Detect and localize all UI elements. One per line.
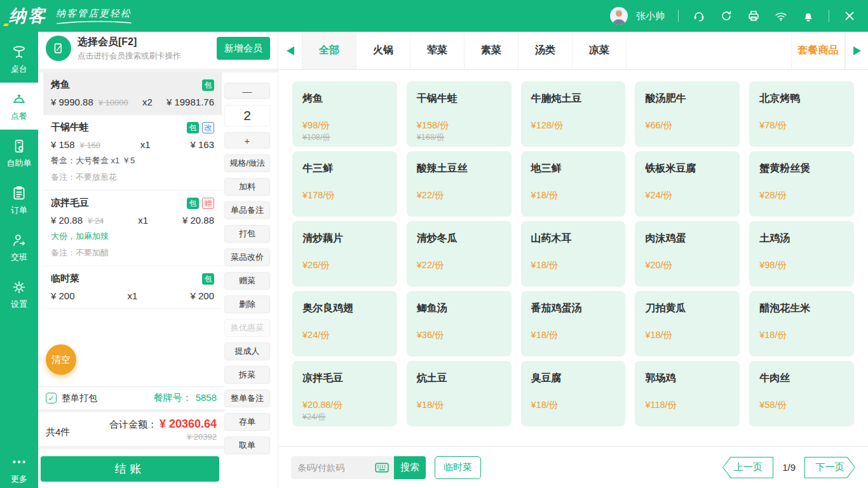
tab-vegetable[interactable]: 素菜 xyxy=(465,32,519,69)
cloud-sync-icon[interactable] xyxy=(719,9,733,23)
menu-item-card[interactable]: 土鸡汤 ¥98/份 xyxy=(749,221,854,287)
order-item-original-price: ¥ 24 xyxy=(88,216,104,226)
temp-dish-button[interactable]: 临时菜 xyxy=(435,456,481,479)
menu-item-name: 土鸡汤 xyxy=(759,232,844,245)
menu-item-name: 奥尔良鸡翅 xyxy=(302,302,387,315)
order-item[interactable]: 临时菜 包 ¥ 200 x1 ¥ 200 xyxy=(43,266,222,309)
order-item-box: 餐盒：大号餐盒 x1 ￥5 xyxy=(51,155,214,166)
menu-item-card[interactable]: 牛肉丝 ¥58/份 xyxy=(749,361,854,426)
tab-all[interactable]: 全部 xyxy=(302,32,356,69)
member-card-icon[interactable] xyxy=(46,36,71,61)
pack-whole-order-checkbox[interactable] xyxy=(46,393,57,403)
menu-item-card[interactable]: 鲫鱼汤 ¥36/份 xyxy=(407,291,512,356)
tab-combo[interactable]: 套餐商品 xyxy=(791,32,845,69)
menu-item-name: 牛三鲜 xyxy=(302,162,387,175)
menu-item-card[interactable]: 番茄鸡蛋汤 ¥18/份 xyxy=(521,291,626,356)
menu-item-card[interactable]: 清炒冬瓜 ¥22/份 xyxy=(407,221,512,287)
order-item[interactable]: 烤鱼 包 ¥ 9990.88 ¥ 10000 x2 ¥ 19981.76 xyxy=(43,72,222,115)
menu-item-name: 酸汤肥牛 xyxy=(645,92,729,105)
save-order-button[interactable]: 存单 xyxy=(224,413,270,431)
split-dish-button[interactable]: 拆菜 xyxy=(224,366,270,384)
menu-item-card[interactable]: 酸汤肥牛 ¥66/份 xyxy=(635,81,740,147)
menu-item-card[interactable]: 牛三鲜 ¥178/份 xyxy=(292,151,397,217)
commission-person-button[interactable]: 提成人 xyxy=(224,342,270,360)
tab-spacer xyxy=(627,32,791,69)
tab-meat[interactable]: 荤菜 xyxy=(410,32,465,69)
order-item-name: 凉拌毛豆 xyxy=(51,197,89,209)
menu-item-card[interactable]: 清炒藕片 ¥26/份 xyxy=(292,221,397,287)
menu-item-card[interactable]: 地三鲜 ¥18/份 xyxy=(521,151,626,217)
change-price-button[interactable]: 菜品改价 xyxy=(224,248,270,266)
menu-item-card[interactable]: 郭场鸡 ¥118/份 xyxy=(635,361,740,426)
menu-item-card[interactable]: 铁板米豆腐 ¥24/份 xyxy=(635,151,740,217)
printer-icon[interactable] xyxy=(747,9,761,23)
spec-method-button[interactable]: 规格/做法 xyxy=(224,154,270,172)
menu-item-card[interactable]: 烤鱼 ¥98/份 ¥108/份 xyxy=(292,81,397,147)
menu-item-card[interactable]: 山药木耳 ¥18/份 xyxy=(521,221,626,287)
sidebar-item-settings[interactable]: 设置 xyxy=(0,271,38,318)
menu-item-card[interactable]: 臭豆腐 ¥18/份 xyxy=(521,361,626,426)
pack-button[interactable]: 打包 xyxy=(224,225,270,243)
menu-item-price: ¥178/份 xyxy=(302,189,335,201)
menu-item-price: ¥98/份 xyxy=(302,119,330,132)
order-remark-button[interactable]: 整单备注 xyxy=(224,390,270,407)
sidebar-item-shift[interactable]: 交班 xyxy=(0,224,38,271)
menu-item-card[interactable]: 牛腩炖土豆 ¥128/份 xyxy=(521,81,626,147)
sidebar-item-more[interactable]: 更多 xyxy=(0,450,38,488)
sidebar-item-order-dishes[interactable]: 点餐 xyxy=(0,83,38,130)
retrieve-order-button[interactable]: 取单 xyxy=(224,437,270,454)
sidebar-item-orders[interactable]: 订单 xyxy=(0,177,38,224)
tab-soup[interactable]: 汤类 xyxy=(519,32,573,69)
tab-cold-dish[interactable]: 凉菜 xyxy=(573,32,627,69)
menu-item-card[interactable]: 蟹黄粉丝煲 ¥28/份 xyxy=(749,151,854,217)
item-remark-button[interactable]: 单品备注 xyxy=(224,201,270,219)
bell-icon[interactable] xyxy=(801,9,815,23)
scroll-right-button[interactable] xyxy=(845,32,868,69)
order-item[interactable]: 干锅牛蛙 包 改 ¥ 158 ¥ 168 x1 ¥ 163 餐 xyxy=(43,115,222,191)
gift-dish-button[interactable]: 赠菜 xyxy=(224,272,270,290)
user-name: 张小帅 xyxy=(636,10,665,22)
sidebar-item-label: 更多 xyxy=(11,473,27,485)
total-label: 合计金额： xyxy=(109,419,157,431)
menu-item-card[interactable]: 北京烤鸭 ¥78/份 xyxy=(749,81,854,147)
order-item[interactable]: 凉拌毛豆 包 赠 ¥ 20.88 ¥ 24 x1 ¥ 20.88 xyxy=(43,191,222,266)
prev-page-button[interactable]: 上一页 xyxy=(722,457,773,478)
headset-icon[interactable] xyxy=(692,9,706,23)
sidebar-item-self-service[interactable]: 自助单 xyxy=(0,130,38,177)
qty-plus-button[interactable]: + xyxy=(224,132,270,149)
sidebar-item-tables[interactable]: 桌台 xyxy=(0,36,38,83)
menu-item-card[interactable]: 酸辣土豆丝 ¥22/份 xyxy=(407,151,512,217)
scroll-left-button[interactable] xyxy=(278,32,302,69)
menu-item-name: 番茄鸡蛋汤 xyxy=(531,302,616,315)
menu-item-card[interactable]: 炕土豆 ¥18/份 xyxy=(407,361,512,426)
card-number-value: 5858 xyxy=(196,392,217,403)
tagline-text: 纳客管店更轻松 xyxy=(56,8,132,20)
wifi-icon[interactable] xyxy=(774,9,788,23)
menu-item-card[interactable]: 干锅牛蛙 ¥158/份 ¥168/份 xyxy=(407,81,512,147)
menu-item-card[interactable]: 刀拍黄瓜 ¥18/份 xyxy=(635,291,740,356)
delete-button[interactable]: 删除 xyxy=(224,295,270,313)
tab-hotpot[interactable]: 火锅 xyxy=(356,32,410,69)
menu-item-price: ¥22/份 xyxy=(417,259,444,271)
menu-item-original-price: ¥108/份 xyxy=(302,132,330,143)
topbar: 纳客 纳客管店更轻松 张小帅 xyxy=(0,0,868,32)
page-indicator: 1/9 xyxy=(782,462,796,473)
menu-item-card[interactable]: 奥尔良鸡翅 ¥24/份 xyxy=(292,291,397,356)
search-button[interactable]: 搜索 xyxy=(394,456,426,479)
add-ingredient-button[interactable]: 加料 xyxy=(224,178,270,196)
qty-minus-button[interactable]: — xyxy=(224,83,270,99)
clear-order-button[interactable]: 清空 xyxy=(46,344,76,375)
menu-item-card[interactable]: 肉沫鸡蛋 ¥20/份 xyxy=(635,221,740,287)
menu-item-card[interactable]: 凉拌毛豆 ¥20.88/份 ¥24/份 xyxy=(292,361,397,426)
menu-item-price: ¥18/份 xyxy=(759,329,787,341)
close-icon[interactable] xyxy=(843,9,857,23)
member-search-area[interactable]: 选择会员[F2] 点击进行会员搜索或刷卡操作 xyxy=(78,36,181,62)
avatar[interactable] xyxy=(610,7,628,25)
add-member-button[interactable]: 新增会员 xyxy=(217,37,270,60)
next-page-button[interactable]: 下一页 xyxy=(804,457,855,478)
brand-text: 纳客 xyxy=(9,6,47,25)
keyboard-icon[interactable] xyxy=(375,463,389,473)
sidebar-item-label: 自助单 xyxy=(7,158,32,169)
checkout-button[interactable]: 结账 xyxy=(41,456,219,482)
menu-item-card[interactable]: 醋泡花生米 ¥18/份 xyxy=(749,291,854,356)
